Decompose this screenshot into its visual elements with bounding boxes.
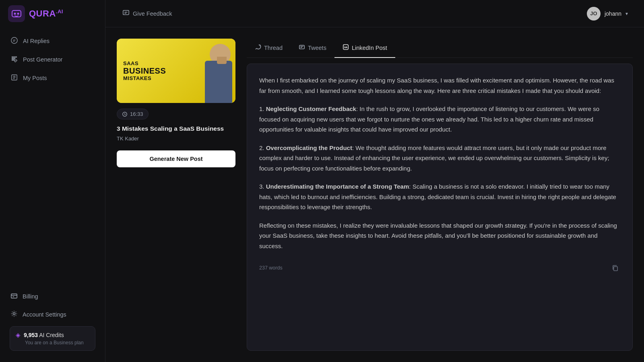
post-paragraph-0: When I first embarked on the journey of …	[259, 75, 620, 96]
credits-amount: 9,953 AI Credits	[24, 332, 64, 338]
billing-label: Billing	[23, 293, 38, 300]
post-paragraph-1: 1. Neglecting Customer Feedback: In the …	[259, 104, 620, 135]
svg-point-1	[14, 13, 16, 15]
post-paragraph-4: Reflecting on these mistakes, I realize …	[259, 220, 620, 251]
copy-icon	[612, 265, 619, 272]
settings-icon	[10, 310, 18, 319]
main-content: Give Feedback JO johann ▾ SAAS BUSINESS …	[105, 0, 644, 362]
credits-number: 9,953	[24, 332, 38, 338]
content-area: SAAS BUSINESS MISTAKES	[105, 27, 644, 362]
sidebar-item-post-generator[interactable]: Post Generator	[5, 51, 100, 68]
credits-sub: You are on a Business plan	[25, 340, 89, 346]
tab-linkedin-label: LinkedIn Post	[352, 45, 387, 51]
my-posts-label: My Posts	[23, 75, 47, 81]
copy-button[interactable]	[610, 263, 620, 273]
username: johann	[605, 10, 621, 17]
tab-tweets[interactable]: Tweets	[291, 39, 334, 58]
video-title: 3 Mistakes Scaling a SaaS Business	[117, 124, 235, 133]
logo-area: QURA.AI	[0, 0, 105, 27]
word-count-row: 237 words	[259, 259, 620, 273]
video-author: TK Kader	[117, 136, 235, 142]
post-paragraph-2: 2. Overcomplicating the Product: We thou…	[259, 143, 620, 174]
feedback-label: Give Feedback	[133, 10, 172, 17]
billing-icon	[10, 292, 18, 300]
svg-rect-11	[614, 267, 617, 271]
avatar: JO	[587, 7, 601, 21]
post-content: When I first embarked on the journey of …	[247, 64, 633, 351]
chevron-down-icon: ▾	[625, 11, 628, 16]
sidebar-item-ai-replies[interactable]: AI Replies	[5, 32, 100, 50]
clock-icon	[122, 111, 128, 117]
sidebar-item-account-settings[interactable]: Account Settings	[5, 306, 100, 323]
feedback-icon	[122, 9, 130, 18]
logo-icon	[8, 5, 25, 22]
post-paragraph-3: 3. Underestimating the Importance of a S…	[259, 181, 620, 212]
svg-point-2	[17, 13, 19, 15]
topbar: Give Feedback JO johann ▾	[105, 0, 644, 27]
logo-name-text: QURA	[29, 8, 56, 19]
word-count: 237 words	[259, 264, 283, 272]
tab-tweets-label: Tweets	[308, 45, 326, 51]
tabs-row: Thread Tweets	[247, 39, 633, 58]
feedback-button[interactable]: Give Feedback	[117, 6, 178, 21]
credits-top: ◈ 9,953 AI Credits	[16, 331, 89, 339]
svg-rect-5	[11, 294, 17, 298]
post-generator-icon	[10, 55, 18, 64]
sidebar: QURA.AI AI Replies Post Generator	[0, 0, 105, 362]
ai-replies-label: AI Replies	[23, 38, 50, 44]
generate-post-button[interactable]: Generate New Post	[117, 150, 235, 167]
credits-box[interactable]: ◈ 9,953 AI Credits You are on a Business…	[10, 326, 95, 351]
svg-rect-0	[12, 10, 21, 17]
tab-thread-label: Thread	[264, 45, 283, 51]
sidebar-item-billing[interactable]: Billing	[5, 288, 100, 305]
credits-icon: ◈	[16, 331, 21, 339]
video-duration: 16:33	[117, 109, 149, 119]
post-generator-label: Post Generator	[23, 56, 62, 63]
svg-rect-7	[123, 10, 129, 15]
ai-replies-icon	[10, 37, 18, 45]
user-area[interactable]: JO johann ▾	[582, 4, 633, 23]
tab-linkedin-post[interactable]: LinkedIn Post	[334, 39, 395, 58]
linkedin-icon	[343, 44, 349, 51]
bottom-section: Billing Account Settings ◈ 9,953 AI Cred…	[0, 283, 105, 362]
duration-text: 16:33	[130, 111, 143, 117]
nav-section: AI Replies Post Generator My Posts	[0, 27, 105, 283]
sidebar-item-my-posts[interactable]: My Posts	[5, 69, 100, 87]
svg-point-3	[11, 37, 17, 43]
video-thumbnail: SAAS BUSINESS MISTAKES	[117, 39, 235, 103]
credits-label-text: AI Credits	[39, 332, 64, 338]
logo-suffix: .AI	[56, 8, 63, 14]
thread-icon	[255, 44, 261, 51]
logo-text: QURA.AI	[29, 8, 63, 19]
tab-thread[interactable]: Thread	[247, 39, 291, 58]
my-posts-icon	[10, 74, 18, 82]
svg-rect-9	[299, 45, 304, 49]
tweets-icon	[299, 44, 305, 51]
svg-point-6	[13, 313, 15, 315]
left-panel: SAAS BUSINESS MISTAKES	[117, 39, 235, 351]
account-settings-label: Account Settings	[23, 311, 66, 318]
right-panel: Thread Tweets	[247, 39, 633, 351]
